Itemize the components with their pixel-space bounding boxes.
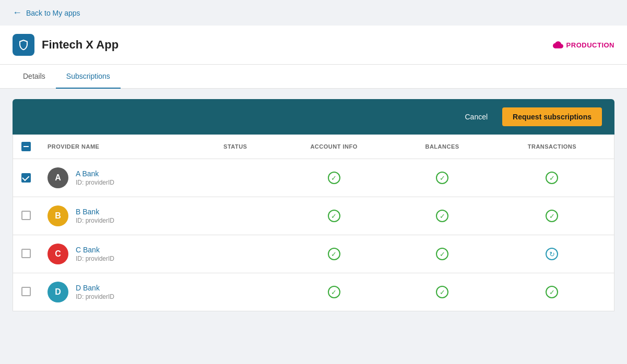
app-header: Fintech X App PRODUCTION xyxy=(0,26,627,65)
row-c-transactions: ↻ xyxy=(490,235,614,273)
app-header-left: Fintech X App xyxy=(13,34,119,56)
table-row: A A Bank ID: providerID ✓✓✓ xyxy=(13,159,614,197)
row-c-balances: ✓ xyxy=(394,235,490,273)
table-row: D D Bank ID: providerID ✓✓✓ xyxy=(13,273,614,311)
row-a-balances: ✓ xyxy=(394,159,490,197)
provider-info: D Bank ID: providerID xyxy=(76,284,114,300)
provider-info: C Bank ID: providerID xyxy=(76,246,114,262)
subscriptions-table: PROVIDER NAME STATUS ACCOUNT INFO BALANC… xyxy=(13,135,614,311)
avatar-b: B xyxy=(48,205,68,226)
row-b-provider: B B Bank ID: providerID xyxy=(39,197,197,235)
check-icon: ✓ xyxy=(546,286,558,298)
account-info-header: ACCOUNT INFO xyxy=(274,135,394,159)
row-a-account-info: ✓ xyxy=(274,159,394,197)
row-a-transactions: ✓ xyxy=(490,159,614,197)
check-icon: ✓ xyxy=(436,172,448,184)
select-all-checkbox[interactable] xyxy=(21,142,31,151)
action-bar: Cancel Request subscriptions xyxy=(13,99,614,135)
tab-subscriptions[interactable]: Subscriptions xyxy=(56,65,121,89)
avatar-d: D xyxy=(48,282,68,302)
row-d-balances: ✓ xyxy=(394,273,490,311)
check-icon: ✓ xyxy=(328,248,340,260)
cloud-icon xyxy=(553,40,563,50)
tab-details[interactable]: Details xyxy=(13,65,56,89)
provider-name-header: PROVIDER NAME xyxy=(39,135,197,159)
tabs-bar: Details Subscriptions xyxy=(0,65,627,89)
row-d-provider: D D Bank ID: providerID xyxy=(39,273,197,311)
top-nav: ← Back to My apps xyxy=(0,0,627,26)
app-icon xyxy=(13,34,34,56)
row-b-checkbox[interactable] xyxy=(21,211,31,220)
provider-name: C Bank xyxy=(76,246,114,254)
avatar-a: A xyxy=(48,167,68,188)
row-c-status xyxy=(197,235,274,273)
row-b-balances: ✓ xyxy=(394,197,490,235)
production-badge: PRODUCTION xyxy=(553,40,614,50)
row-d-status xyxy=(197,273,274,311)
provider-cell: D D Bank ID: providerID xyxy=(48,282,189,302)
provider-cell: B B Bank ID: providerID xyxy=(48,205,189,226)
row-a-checkbox[interactable] xyxy=(21,173,31,183)
provider-id: ID: providerID xyxy=(76,179,114,186)
row-c-checkbox-cell xyxy=(13,235,39,273)
row-c-checkbox[interactable] xyxy=(21,249,31,258)
provider-info: B Bank ID: providerID xyxy=(76,208,114,224)
table-row: C C Bank ID: providerID ✓✓↻ xyxy=(13,235,614,273)
table-header-row: PROVIDER NAME STATUS ACCOUNT INFO BALANC… xyxy=(13,135,614,159)
check-icon: ✓ xyxy=(328,286,340,298)
provider-id: ID: providerID xyxy=(76,293,114,300)
row-d-checkbox-cell xyxy=(13,273,39,311)
check-icon: ✓ xyxy=(546,172,558,184)
row-a-provider: A A Bank ID: providerID xyxy=(39,159,197,197)
table-container: PROVIDER NAME STATUS ACCOUNT INFO BALANC… xyxy=(13,135,614,311)
row-b-checkbox-cell xyxy=(13,197,39,235)
row-a-status xyxy=(197,159,274,197)
provider-cell: C C Bank ID: providerID xyxy=(48,244,189,264)
row-d-transactions: ✓ xyxy=(490,273,614,311)
select-all-header[interactable] xyxy=(13,135,39,159)
balances-header: BALANCES xyxy=(394,135,490,159)
back-arrow-icon: ← xyxy=(13,7,22,18)
provider-id: ID: providerID xyxy=(76,255,114,262)
row-b-account-info: ✓ xyxy=(274,197,394,235)
provider-id: ID: providerID xyxy=(76,217,114,224)
check-icon: ✓ xyxy=(436,210,448,222)
check-icon: ✓ xyxy=(328,172,340,184)
row-c-account-info: ✓ xyxy=(274,235,394,273)
check-icon: ✓ xyxy=(436,286,448,298)
cancel-button[interactable]: Cancel xyxy=(456,108,496,125)
row-c-provider: C C Bank ID: providerID xyxy=(39,235,197,273)
check-icon: ✓ xyxy=(546,210,558,222)
main-content: Cancel Request subscriptions PROVIDER NA… xyxy=(0,89,627,322)
partial-check-icon: ↻ xyxy=(546,248,558,260)
check-icon: ✓ xyxy=(328,210,340,222)
row-b-transactions: ✓ xyxy=(490,197,614,235)
row-d-account-info: ✓ xyxy=(274,273,394,311)
transactions-header: TRANSACTIONS xyxy=(490,135,614,159)
env-label: PRODUCTION xyxy=(566,41,614,49)
row-d-checkbox[interactable] xyxy=(21,287,31,296)
provider-name: A Bank xyxy=(76,169,114,178)
shield-icon xyxy=(17,39,30,51)
table-row: B B Bank ID: providerID ✓✓✓ xyxy=(13,197,614,235)
row-b-status xyxy=(197,197,274,235)
app-title: Fintech X App xyxy=(42,38,119,52)
status-header: STATUS xyxy=(197,135,274,159)
back-link[interactable]: ← Back to My apps xyxy=(13,7,80,18)
provider-info: A Bank ID: providerID xyxy=(76,169,114,186)
check-icon: ✓ xyxy=(436,248,448,260)
back-label: Back to My apps xyxy=(26,9,80,17)
provider-name: D Bank xyxy=(76,284,114,292)
row-a-checkbox-cell xyxy=(13,159,39,197)
avatar-c: C xyxy=(48,244,68,264)
request-subscriptions-button[interactable]: Request subscriptions xyxy=(502,107,602,126)
provider-name: B Bank xyxy=(76,208,114,216)
provider-cell: A A Bank ID: providerID xyxy=(48,167,189,188)
